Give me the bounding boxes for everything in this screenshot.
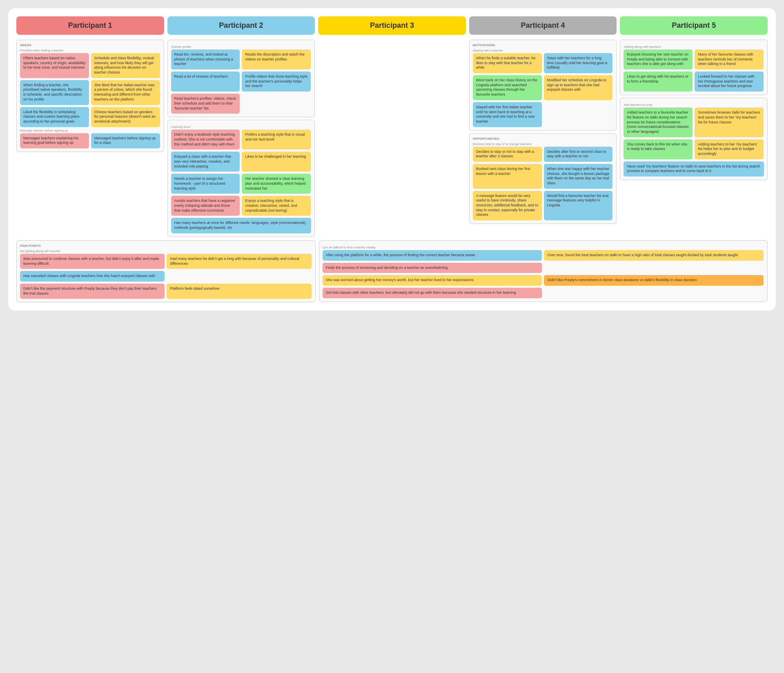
p5-at-2: Sometimes browses Italki for teachers an…	[695, 107, 764, 137]
p2-pain-sub: Can be difficult to find a teacher initi…	[323, 246, 764, 249]
p1-needs-section: NEEDS Priorities when finding a teacher …	[16, 40, 164, 152]
p1-pain-4: Didn't like the payment structure with P…	[20, 284, 165, 299]
p5-at-5: Have used 'my teachers' feature on Italk…	[624, 161, 764, 177]
p1-card-1: Filters teachers based on native speaker…	[20, 53, 89, 78]
p2-pain-2: Over time, found the best teachers on It…	[544, 250, 764, 261]
p5-add-teachers-section: Add teachers to a list Added teachers to…	[620, 98, 768, 180]
p2-tp-2: Reads the description and watch the vide…	[242, 49, 311, 69]
p4-sc-4: Modified her schedule on Lingoda to sign…	[544, 75, 613, 100]
p1-msg-1: Messages teachers explaining his learnin…	[20, 133, 89, 148]
p2-lc-7: Avoids teachers that have a negative/ ov…	[171, 196, 240, 216]
p1-pain-cards1: Was pressured to continue classes with a…	[20, 254, 312, 282]
p1-pain-label: PAIN POINTS	[20, 244, 312, 248]
p1-pain-1: Was pressured to continue classes with a…	[20, 254, 165, 269]
p5-at-3: She comes back to this list when she is …	[624, 139, 693, 159]
p4-staying-cards: When he finds a suitable teacher, he lik…	[473, 53, 613, 127]
p1-pain-5: Platform feels dated somehow	[167, 284, 311, 299]
p4-oc-5: A message feature would be very useful t…	[473, 191, 542, 220]
participant-4-header: Participant 4	[469, 16, 617, 35]
p2-lc-9: Has many teachers at once for different …	[171, 218, 312, 233]
p2-pain-cards2: She was worried about getting her money'…	[323, 275, 764, 298]
p1-priorities-label: Priorities when finding a teacher	[20, 49, 160, 52]
p5-at-4: Adding teachers to her 'my teachers' lis…	[695, 139, 764, 159]
p2-lc-3: Enjoyed a class with a teacher that was …	[171, 152, 240, 172]
p5-ga-3: Likes to get along with his teachers or …	[624, 72, 693, 92]
p1-msg-2: Messaged teachers before signing up for …	[91, 133, 160, 148]
p2-lc-5: Needs a teacher to assign her homework -…	[171, 174, 240, 194]
p2-pain-4: She was worried about getting her money'…	[323, 275, 542, 286]
p4-motivations-label: MOTIVATIONS	[473, 43, 613, 47]
p1-needs-cards: Filters teachers based on native speaker…	[20, 53, 160, 127]
p1-needs-label: NEEDS	[20, 43, 160, 47]
p1-pain-cards2: Didn't like the payment structure with P…	[20, 284, 312, 299]
p1-card-5: Liked the flexibility in scheduling clas…	[20, 107, 89, 127]
p5-ga-1: Enjoyed choosing her own teacher on Prep…	[624, 49, 693, 69]
p5-ga-cards: Enjoyed choosing her own teacher on Prep…	[624, 49, 764, 92]
p1-pain-sub1: Not getting along with teacher	[20, 249, 312, 253]
p2-pain-col: Can be difficult to find a teacher initi…	[319, 240, 768, 302]
p4-staying-label: Staying with a teacher	[473, 49, 613, 52]
p2-tp-3: Read a lot of reviews of teachers	[171, 72, 240, 92]
p1-card-4: She liked that her Italian teacher was a…	[91, 80, 160, 105]
p5-at-cards: Added teachers to a favourite teacher li…	[624, 107, 764, 177]
p2-pain-3: Finds the process of screening and decid…	[323, 263, 542, 273]
p2-pain-cards1: After using the platform for a while, th…	[323, 250, 764, 273]
p1-card-2: Schedule and class flexibility, mutual i…	[91, 53, 160, 78]
p1-card-3: When finding a teacher, she prioritised …	[20, 80, 89, 105]
p5-at-label: Add teachers to a list	[624, 103, 764, 107]
p5-ga-label: Getting along with teachers	[624, 45, 764, 49]
p1-pain-3: Has canceled classes with Lingoda teache…	[20, 271, 165, 282]
p2-tp-1: Read bio, reviews, and looked at photos …	[171, 49, 240, 69]
top-content-area: NEEDS Priorities when finding a teacher …	[16, 40, 768, 237]
p4-sc-3: Went back on her class history on the Li…	[473, 75, 542, 100]
p2-lc-8: Enjoys a teaching style that is creative…	[242, 196, 311, 216]
p2-column: Teacher profile Read bio, reviews, and l…	[167, 40, 315, 237]
p2-pain-section: Can be difficult to find a teacher initi…	[319, 240, 768, 302]
p1-pain-2: Had many teachers he didn't get a long w…	[167, 254, 311, 269]
p1-column: NEEDS Priorities when finding a teacher …	[16, 40, 164, 152]
p4-sc-5: Stayed with her first Italian teacher un…	[473, 102, 542, 127]
p1-pain-section: PAIN POINTS Not getting along with teach…	[16, 240, 316, 302]
p2-learn-cards: Didn't enjoy a textbook style teaching m…	[171, 130, 312, 233]
p1-message-cards: Messages teachers explaining his learnin…	[20, 133, 160, 148]
p2-tp-label: Teacher profile	[171, 45, 312, 49]
p4-oc-1: Decides to stay or not to stay with a te…	[473, 147, 542, 162]
p4-oc-4: When she was happy with her teacher choi…	[544, 164, 613, 189]
main-container: Participant 1 Participant 2 Participant …	[8, 8, 776, 311]
p5-getting-along-section: Getting along with teachers Enjoyed choo…	[620, 40, 768, 95]
p2-pain-1: After using the platform for a while, th…	[323, 250, 542, 261]
p4-column: MOTIVATIONS Staying with a teacher When …	[469, 40, 617, 224]
p5-ga-4: Looked forward to her classes with her P…	[695, 72, 764, 92]
p2-teacher-profile-section: Teacher profile Read bio, reviews, and l…	[167, 40, 315, 117]
p2-lc-4: Likes to be challenged in her learning	[242, 152, 311, 172]
p4-opps-cards: Decides to stay or not to stay with a te…	[473, 147, 613, 221]
p4-oc-3: Booked next class during her first lesso…	[473, 164, 542, 189]
p2-lc-6: Her teacher showed a clear learning plan…	[242, 174, 311, 194]
p4-opps-section: OPPORTUNITIES Decision time to stay or t…	[469, 133, 617, 224]
p2-lc-2: Prefers a teaching style that is visual …	[242, 130, 311, 150]
p4-oc-6: Would find a favourite teacher list and …	[544, 191, 613, 220]
p2-pain-6: Did trial classes with other teachers, b…	[323, 288, 542, 298]
p4-sc-2: Stays with her teachers for a long time …	[544, 53, 613, 73]
p2-tp-cards: Read bio, reviews, and looked at photos …	[171, 49, 312, 114]
p1-pain-col: PAIN POINTS Not getting along with teach…	[16, 240, 316, 302]
p5-at-1: Added teachers to a favourite teacher li…	[624, 107, 693, 137]
p4-oc-2: Decides after first or second class to s…	[544, 147, 613, 162]
participant-1-header: Participant 1	[16, 16, 164, 35]
participant-2-header: Participant 2	[167, 16, 315, 35]
p2-learning-section: Learning done Didn't enjoy a textbook st…	[167, 120, 315, 237]
p2-pain-5: Didn't like Preply's commitment in 60min…	[544, 275, 764, 286]
p4-opps-label: OPPORTUNITIES	[473, 137, 613, 141]
p2-lc-1: Didn't enjoy a textbook style teaching m…	[171, 130, 240, 150]
p4-decision-label: Decision time to stay or to change teach…	[473, 142, 613, 146]
p4-motivations-section: MOTIVATIONS Staying with a teacher When …	[469, 40, 617, 131]
pain-points-row: PAIN POINTS Not getting along with teach…	[16, 240, 768, 302]
p1-message-label: Message teacher before signing up	[20, 129, 160, 132]
p2-tp-4: Profile videos that show teaching style …	[242, 72, 311, 92]
p5-column: Getting along with teachers Enjoyed choo…	[620, 40, 768, 180]
p2-learning-label: Learning done	[171, 125, 312, 129]
participant-3-header: Participant 3	[318, 16, 466, 35]
participants-header-row: Participant 1 Participant 2 Participant …	[16, 16, 768, 35]
p4-sc-1: When he finds a suitable teacher, he lik…	[473, 53, 542, 73]
p5-ga-2: Many of her favourite classes with teach…	[695, 49, 764, 69]
